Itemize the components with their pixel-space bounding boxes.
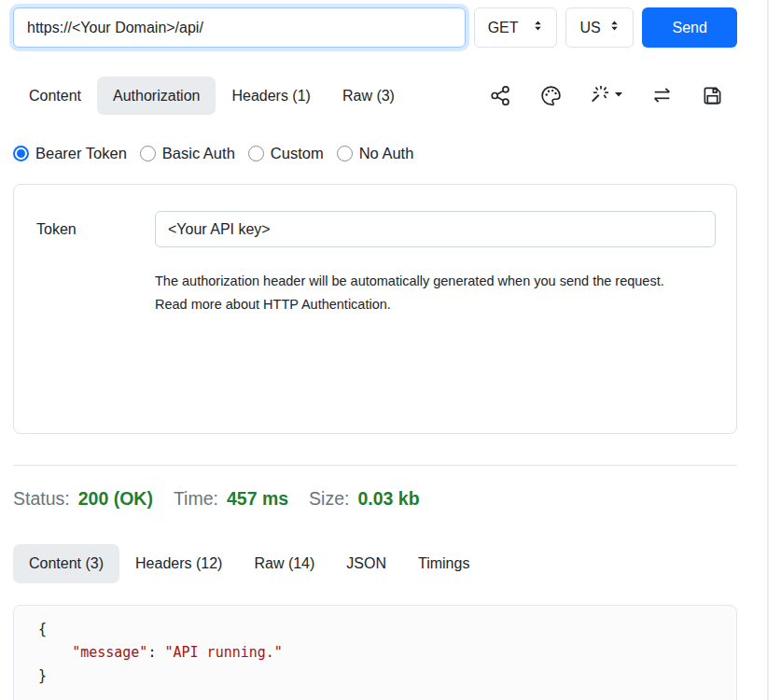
response-body: { "message": "API running." } — [13, 605, 737, 700]
api-client-page: GET US Send — [0, 0, 781, 700]
status-value: 200 (OK) — [78, 488, 153, 510]
json-line-open: { — [38, 618, 721, 641]
radio-label: Basic Auth — [162, 145, 235, 162]
resp-tab-raw[interactable]: Raw (14) — [238, 544, 330, 583]
auth-type-options: Bearer Token Basic Auth Custom No Auth — [13, 142, 737, 164]
response-tabs: Content (3) Headers (12) Raw (14) JSON T… — [13, 544, 737, 583]
send-button[interactable]: Send — [642, 7, 737, 48]
share-icon[interactable] — [489, 84, 512, 107]
auth-help-text: The authorization header will be automat… — [155, 270, 696, 316]
token-input[interactable] — [155, 211, 716, 247]
request-toolbar — [489, 84, 737, 107]
tab-raw[interactable]: Raw (3) — [327, 77, 411, 115]
tab-content[interactable]: Content — [13, 77, 97, 115]
json-separator: : — [147, 644, 164, 661]
json-line-close: } — [38, 665, 721, 688]
url-input[interactable] — [13, 7, 466, 48]
radio-custom[interactable]: Custom — [248, 145, 324, 162]
radio-label: Custom — [271, 145, 324, 162]
request-tabs: Content Authorization Headers (1) Raw (3… — [13, 77, 737, 115]
status-label: Status: — [13, 488, 70, 510]
radio-dot-selected — [13, 146, 29, 161]
resp-tab-json[interactable]: JSON — [330, 544, 402, 583]
method-select[interactable]: GET — [474, 7, 558, 48]
size-label: Size: — [309, 488, 349, 510]
swap-arrows-icon[interactable] — [650, 84, 674, 107]
radio-no-auth[interactable]: No Auth — [337, 145, 414, 162]
response-status-row: Status: 200 (OK) Time: 457 ms Size: 0.03… — [13, 488, 737, 510]
resp-tab-timings[interactable]: Timings — [402, 544, 485, 583]
radio-dot — [140, 146, 156, 161]
select-arrows-icon — [607, 19, 621, 36]
method-select-value: GET — [488, 20, 519, 36]
radio-label: Bearer Token — [35, 145, 127, 162]
save-icon[interactable] — [701, 84, 724, 107]
magic-wand-dropdown-icon[interactable] — [590, 84, 623, 107]
tab-authorization[interactable]: Authorization — [97, 77, 216, 115]
radio-dot — [337, 146, 353, 161]
region-select-value: US — [579, 20, 600, 36]
radio-label: No Auth — [359, 145, 414, 162]
section-divider — [13, 465, 737, 466]
radio-dot — [248, 146, 264, 161]
resp-tab-content[interactable]: Content (3) — [13, 544, 119, 583]
request-bar: GET US Send — [13, 0, 737, 49]
tab-headers[interactable]: Headers (1) — [216, 77, 326, 115]
time-label: Time: — [174, 488, 218, 510]
status-stat: Status: 200 (OK) — [13, 488, 153, 510]
radio-bearer-token[interactable]: Bearer Token — [13, 145, 127, 162]
token-label: Token — [36, 221, 155, 238]
palette-icon[interactable] — [539, 84, 563, 107]
authorization-panel: Token The authorization header will be a… — [13, 184, 737, 434]
time-value: 457 ms — [227, 488, 288, 510]
size-value: 0.03 kb — [357, 488, 419, 510]
token-row: Token — [36, 211, 716, 247]
size-stat: Size: 0.03 kb — [309, 488, 420, 510]
json-key: "message" — [72, 644, 147, 661]
json-value: "API running." — [164, 644, 282, 661]
time-stat: Time: 457 ms — [174, 488, 288, 510]
region-select[interactable]: US — [565, 7, 634, 48]
page-edge-divider — [767, 0, 769, 700]
select-arrows-icon — [531, 19, 545, 36]
radio-basic-auth[interactable]: Basic Auth — [140, 145, 235, 162]
resp-tab-headers[interactable]: Headers (12) — [119, 544, 238, 583]
json-line-message: "message": "API running." — [38, 641, 721, 665]
